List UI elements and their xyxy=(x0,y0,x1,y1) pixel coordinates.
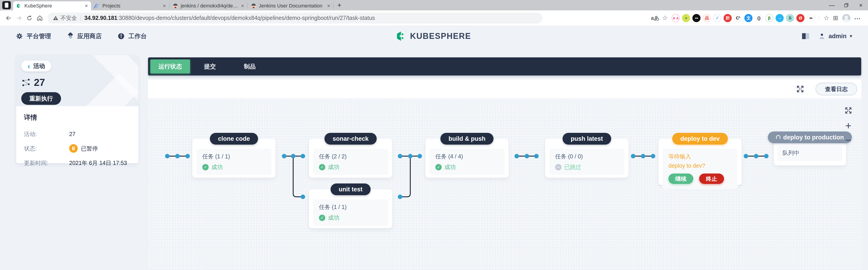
browser-menu-icon[interactable]: … xyxy=(854,13,861,21)
stage-card-build-push[interactable]: build & push 任务 (4 / 4) ✓ 成功 xyxy=(426,139,508,178)
stage-badge[interactable]: unit test xyxy=(331,183,371,195)
extension-icon[interactable]: C¹ xyxy=(734,14,742,22)
extension-icon[interactable]: 品 xyxy=(703,14,711,22)
tab-jenkins-docs[interactable]: Jenkins User Documentation × xyxy=(248,1,333,10)
stage-tasks: 任务 (2 / 2) xyxy=(319,153,382,160)
home-icon[interactable] xyxy=(35,13,44,23)
close-button[interactable]: × xyxy=(854,0,868,10)
stage-badge[interactable]: sonar-check xyxy=(324,133,377,145)
stage-badge[interactable]: build & push xyxy=(440,133,493,145)
extension-icon[interactable]: ✓ xyxy=(713,14,721,22)
url-text[interactable]: 34.92.90.181:30880/devops-demo/clusters/… xyxy=(84,15,375,21)
back-label: 活动 xyxy=(33,62,45,70)
back-icon[interactable] xyxy=(4,13,13,23)
stage-body: 任务 (1 / 1) ✓ 成功 xyxy=(313,199,388,226)
collections-icon[interactable]: ⊞ xyxy=(833,14,838,22)
stage-status: ✓ 成功 xyxy=(319,214,382,222)
kubesphere-logo-text: KUBESPHERE xyxy=(410,31,471,41)
nav-platform-management[interactable]: 平台管理 xyxy=(16,32,51,40)
docs-icon[interactable] xyxy=(802,33,809,39)
zoom-out-icon[interactable]: − xyxy=(845,136,851,144)
expand-icon[interactable] xyxy=(796,85,804,93)
url-field[interactable]: 不安全 34.92.90.181:30880/devops-demo/clust… xyxy=(48,13,542,24)
user-menu[interactable]: admin ▾ xyxy=(818,33,852,40)
status-text: 成功 xyxy=(328,163,339,171)
refresh-icon[interactable] xyxy=(25,13,34,23)
forward-icon[interactable] xyxy=(14,13,24,23)
extension-icon[interactable]: ∞ xyxy=(807,14,815,22)
status-text: 已暂停 xyxy=(81,145,98,152)
gear-icon xyxy=(16,33,23,40)
extension-icon[interactable]: ∧∧ xyxy=(672,14,680,22)
extension-icon[interactable]: + xyxy=(682,14,690,22)
rerun-button[interactable]: 重新执行 xyxy=(21,92,61,105)
extension-icon[interactable]: Ø xyxy=(796,14,804,22)
detail-row-activity: 活动: 27 xyxy=(24,129,131,139)
extension-icon[interactable]: 文 xyxy=(744,14,752,22)
tab-separator xyxy=(333,3,334,9)
stage-card-deploy-to-dev[interactable]: deploy to dev 等待输入 deploy to dev? 继续 终止 xyxy=(658,139,742,185)
tab-kubesphere[interactable]: KubeSphere × xyxy=(13,1,91,10)
stage-tasks: 任务 (4 / 4) xyxy=(435,153,499,160)
stage-badge[interactable]: deploy to dev xyxy=(672,133,728,145)
tab-artifacts[interactable]: 制品 xyxy=(230,63,270,70)
stage-badge[interactable]: clone code xyxy=(210,133,258,145)
kubesphere-favicon xyxy=(17,3,22,8)
skipped-icon: − xyxy=(555,164,561,170)
tab-close-icon[interactable]: × xyxy=(327,3,330,9)
browser-workspaces-icon[interactable] xyxy=(2,1,11,9)
tab-task-status[interactable]: 运行状态 xyxy=(150,60,190,73)
new-tab-button[interactable]: + xyxy=(337,2,342,9)
stage-card-deploy-to-production[interactable]: deploy to production 队列中 xyxy=(774,137,846,165)
detail-value: 已暂停 xyxy=(69,144,98,153)
tab-close-icon[interactable]: × xyxy=(85,3,88,9)
view-logs-button[interactable]: 查看日志 xyxy=(815,83,857,95)
stage-card-sonar-check[interactable]: sonar-check 任务 (2 / 2) ✓ 成功 xyxy=(309,139,392,178)
run-details: 详情 活动: 27 状态: 已暂停 更新时间: 2021年 6月 14日 17:… xyxy=(16,106,138,179)
browser-profile-avatar[interactable] xyxy=(842,14,850,22)
stage-tasks: 任务 (1 / 1) xyxy=(319,203,382,211)
extension-icon[interactable]: β xyxy=(765,14,773,22)
security-label[interactable]: 不安全 xyxy=(61,14,77,22)
stage-badge[interactable]: deploy to production xyxy=(768,132,852,143)
fullscreen-icon[interactable] xyxy=(844,107,852,115)
stage-badge[interactable]: push latest xyxy=(563,133,611,145)
tab-commits[interactable]: 提交 xyxy=(190,63,230,70)
tab-projects[interactable]: Projects × xyxy=(91,1,169,10)
projects-favicon xyxy=(95,3,100,8)
tab-close-icon[interactable]: × xyxy=(241,3,244,9)
tab-title: Projects xyxy=(102,3,160,9)
browser-tab-strip: KubeSphere × Projects × jenkins / demokx… xyxy=(0,0,868,10)
chevron-down-icon: ▾ xyxy=(850,33,852,39)
nav-app-store[interactable]: 应用商店 xyxy=(67,32,102,40)
translate-icon[interactable]: aあ xyxy=(651,14,659,22)
favorites-bar-icon[interactable]: ☆ xyxy=(824,14,829,22)
extension-icon[interactable]: {} xyxy=(755,14,763,22)
success-icon: ✓ xyxy=(319,164,325,170)
nav-workbench[interactable]: 工作台 xyxy=(118,32,147,40)
tab-jenkins-job[interactable]: jenkins / demokx84q/demo-sprin × xyxy=(169,1,247,10)
stage-body: 任务 (2 / 2) ✓ 成功 xyxy=(313,149,388,175)
tab-close-icon[interactable]: × xyxy=(163,3,166,9)
stage-card-push-latest[interactable]: push latest 任务 (0 / 0) − 已跳过 xyxy=(545,139,628,178)
extension-icon[interactable]: 折 xyxy=(723,14,732,22)
jenkins-favicon xyxy=(173,3,178,8)
stage-card-unit-test[interactable]: unit test 任务 (1 / 1) ✓ 成功 xyxy=(309,189,392,228)
zoom-in-icon[interactable]: + xyxy=(845,122,851,130)
extension-icon[interactable]: •• xyxy=(692,14,701,22)
minimize-button[interactable]: — xyxy=(825,0,839,10)
favorite-star-icon[interactable]: ☆ xyxy=(662,14,668,22)
chevron-left-icon: ‹ xyxy=(28,61,30,71)
abort-button[interactable]: 终止 xyxy=(699,173,724,184)
proceed-button[interactable]: 继续 xyxy=(669,173,693,184)
tab-title: jenkins / demokx84q/demo-sprin xyxy=(181,3,239,9)
success-icon: ✓ xyxy=(435,164,442,170)
queued-text: 队列中 xyxy=(782,149,837,157)
extension-icon[interactable]: S xyxy=(786,14,794,22)
pipeline-canvas[interactable]: + − xyxy=(148,99,861,270)
extension-icon[interactable]: → xyxy=(776,14,784,22)
input-question: deploy to dev? xyxy=(669,163,732,169)
back-to-activity-button[interactable]: ‹ 活动 xyxy=(21,61,51,71)
restore-button[interactable] xyxy=(839,0,854,10)
stage-card-clone-code[interactable]: clone code 任务 (1 / 1) ✓ 成功 xyxy=(192,139,276,178)
